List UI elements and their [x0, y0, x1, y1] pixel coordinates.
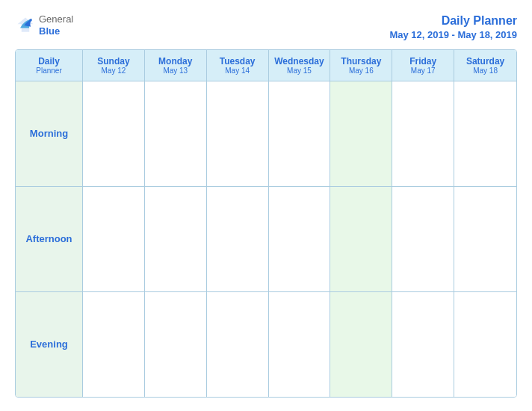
friday-name: Friday	[395, 56, 451, 67]
afternoon-sunday[interactable]	[83, 187, 145, 291]
thursday-name: Thursday	[333, 56, 389, 67]
header-label-cell: Daily Planner	[16, 50, 83, 81]
calendar: Daily Planner Sunday May 12 Monday May 1…	[15, 49, 517, 398]
header-sunday: Sunday May 12	[83, 50, 145, 81]
wednesday-name: Wednesday	[272, 56, 327, 67]
afternoon-label: Afternoon	[25, 233, 72, 244]
sunday-date: May 12	[86, 67, 141, 75]
afternoon-label-cell: Afternoon	[16, 187, 83, 291]
morning-monday[interactable]	[145, 81, 207, 186]
header-saturday: Saturday May 18	[454, 50, 516, 81]
thursday-date: May 16	[333, 67, 389, 75]
morning-thursday[interactable]	[330, 81, 392, 186]
morning-label-cell: Morning	[16, 81, 83, 186]
sunday-name: Sunday	[86, 56, 141, 67]
morning-wednesday[interactable]	[269, 81, 331, 186]
evening-row: Evening	[16, 292, 516, 397]
logo: General Blue	[15, 13, 73, 37]
evening-monday[interactable]	[145, 292, 207, 397]
header-monday: Monday May 13	[145, 50, 207, 81]
afternoon-wednesday[interactable]	[269, 187, 331, 291]
page: General Blue Daily Planner May 12, 2019 …	[0, 0, 532, 411]
evening-saturday[interactable]	[454, 292, 516, 397]
evening-label: Evening	[30, 339, 68, 350]
tuesday-name: Tuesday	[210, 56, 265, 67]
header-wednesday: Wednesday May 15	[269, 50, 331, 81]
afternoon-monday[interactable]	[145, 187, 207, 291]
date-range: May 12, 2019 - May 18, 2019	[389, 29, 517, 40]
page-title: Daily Planner	[389, 13, 517, 29]
evening-wednesday[interactable]	[269, 292, 331, 397]
header-label-line2: Planner	[19, 67, 79, 75]
afternoon-saturday[interactable]	[454, 187, 516, 291]
evening-friday[interactable]	[392, 292, 454, 397]
header-friday: Friday May 17	[392, 50, 454, 81]
saturday-name: Saturday	[457, 56, 513, 67]
title-block: Daily Planner May 12, 2019 - May 18, 201…	[389, 13, 517, 40]
logo-text: General Blue	[39, 13, 73, 37]
svg-point-1	[29, 19, 32, 22]
logo-general: General	[39, 13, 73, 25]
afternoon-friday[interactable]	[392, 187, 454, 291]
evening-thursday[interactable]	[330, 292, 392, 397]
saturday-date: May 18	[457, 67, 513, 75]
morning-row: Morning	[16, 81, 516, 187]
wednesday-date: May 15	[272, 67, 327, 75]
afternoon-thursday[interactable]	[330, 187, 392, 291]
evening-tuesday[interactable]	[207, 292, 269, 397]
calendar-header-row: Daily Planner Sunday May 12 Monday May 1…	[16, 50, 516, 81]
header-label-line1: Daily	[19, 56, 79, 67]
evening-sunday[interactable]	[83, 292, 145, 397]
logo-blue: Blue	[39, 25, 60, 37]
morning-sunday[interactable]	[83, 81, 145, 186]
friday-date: May 17	[395, 67, 451, 75]
tuesday-date: May 14	[210, 67, 265, 75]
afternoon-row: Afternoon	[16, 187, 516, 292]
morning-label: Morning	[30, 128, 68, 139]
header-thursday: Thursday May 16	[330, 50, 392, 81]
logo-icon	[15, 15, 36, 36]
morning-tuesday[interactable]	[207, 81, 269, 186]
afternoon-tuesday[interactable]	[207, 187, 269, 291]
morning-saturday[interactable]	[454, 81, 516, 186]
evening-label-cell: Evening	[16, 292, 83, 397]
monday-date: May 13	[148, 67, 203, 75]
header-tuesday: Tuesday May 14	[207, 50, 269, 81]
monday-name: Monday	[148, 56, 203, 67]
morning-friday[interactable]	[392, 81, 454, 186]
header: General Blue Daily Planner May 12, 2019 …	[15, 13, 517, 40]
calendar-body: Morning Afternoon	[16, 81, 516, 397]
